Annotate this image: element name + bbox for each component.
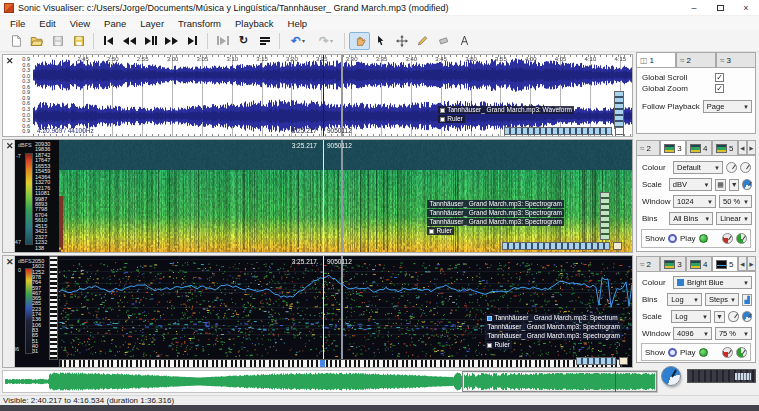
select-tool-button[interactable] <box>370 32 391 50</box>
playback-pan-knob[interactable] <box>722 347 733 358</box>
horizontal-zoom-wheel[interactable] <box>502 242 610 250</box>
tab-layer-5[interactable]: 5 <box>712 256 738 271</box>
skip-to-end-button[interactable] <box>182 32 203 50</box>
menu-view[interactable]: View <box>63 18 97 29</box>
rewind-to-start-button[interactable] <box>98 32 119 50</box>
layer-list-item[interactable]: Ruler <box>485 341 512 349</box>
edit-tool-button[interactable] <box>391 32 412 50</box>
menu-file[interactable]: File <box>3 18 32 29</box>
tab-layer-5[interactable]: 5 <box>712 140 738 155</box>
scale-dropdown[interactable]: Log▼ <box>671 310 711 323</box>
draw-tool-button[interactable] <box>412 32 433 50</box>
show-toggle-led[interactable] <box>668 234 677 243</box>
undo-button[interactable]: ↶▾ <box>284 32 312 50</box>
zoom-reset-button[interactable] <box>615 127 624 135</box>
layer-list-item[interactable]: Tannhäuser_ Grand March.mp3: Spectrogram <box>427 209 564 217</box>
minimize-button[interactable]: – <box>681 0 707 15</box>
bins-scale-dropdown[interactable]: Linear▼ <box>716 212 752 225</box>
tab-pane-1[interactable]: ◫ 1 <box>636 52 676 67</box>
menu-pane[interactable]: Pane <box>97 18 133 29</box>
colour-dropdown[interactable]: Bright Blue ▼ <box>673 276 752 289</box>
layer-list-item[interactable]: Tannhäuser_ Grand March.mp3: Spectrogram <box>485 332 622 340</box>
playback-gain-knob[interactable] <box>736 347 747 358</box>
menu-edit[interactable]: Edit <box>32 18 62 29</box>
save-file-button[interactable] <box>47 32 68 50</box>
bins-dropdown[interactable]: All Bins▼ <box>669 212 713 225</box>
threshold-button[interactable]: ▼ <box>714 311 725 323</box>
horizontal-zoom-wheel[interactable] <box>504 127 612 135</box>
play-pause-button[interactable] <box>140 32 161 50</box>
peak-spectrogram-pane[interactable]: ✕ dBFS 0 -36 205016021252978764597467365… <box>2 255 633 368</box>
tabs-scroll-left-button[interactable]: ◀ <box>738 140 747 155</box>
vertical-zoom-wheel[interactable] <box>600 192 610 240</box>
tabs-scroll-left-button[interactable]: ◀ <box>738 256 747 271</box>
vertical-zoom-wheel[interactable] <box>614 91 624 129</box>
tab-layer-2[interactable]: ≈ 2 <box>636 256 660 271</box>
window-size-dropdown[interactable]: 4096▼ <box>673 327 712 340</box>
save-as-button[interactable] <box>68 32 89 50</box>
window-size-dropdown[interactable]: 1024▼ <box>673 195 716 208</box>
tab-layer-3[interactable]: 3 <box>660 140 686 155</box>
tab-layer-3[interactable]: 3 <box>660 256 686 271</box>
bins-dropdown[interactable]: Log▼ <box>667 293 702 306</box>
playback-gain-knob[interactable] <box>736 233 747 244</box>
close-pane-icon[interactable]: ✕ <box>6 56 14 66</box>
rewind-button[interactable] <box>119 32 140 50</box>
colour-contrast-knob[interactable] <box>742 311 752 322</box>
colour-rotation-knob[interactable] <box>726 162 737 173</box>
show-toggle-led[interactable] <box>668 348 677 357</box>
tabs-scroll-right-button[interactable]: ▶ <box>747 140 756 155</box>
window-overlap-dropdown[interactable]: 75 %▼ <box>715 327 752 340</box>
play-toggle-led[interactable] <box>699 348 708 357</box>
playback-speed-knob[interactable] <box>661 366 681 386</box>
erase-tool-button[interactable] <box>433 32 454 50</box>
constrain-playback-button[interactable] <box>212 32 233 50</box>
bins-mode-dropdown[interactable]: Steps▼ <box>705 293 739 306</box>
new-file-button[interactable] <box>5 32 26 50</box>
close-button[interactable]: × <box>733 0 759 15</box>
colour-dropdown[interactable]: Default▼ <box>673 161 723 174</box>
gain-knob[interactable] <box>740 162 751 173</box>
tab-pane-3[interactable]: ≈ 3 <box>716 52 756 67</box>
close-pane-icon[interactable]: ✕ <box>6 257 14 267</box>
layer-list-item[interactable]: Tannhäuser_ Grand March.mp3: Spectrogram <box>427 218 564 226</box>
window-overlap-dropdown[interactable]: 50 %▼ <box>719 195 752 208</box>
normalize-columns-button[interactable]: ▦ <box>715 179 726 191</box>
open-file-button[interactable] <box>26 32 47 50</box>
navigate-tool-button[interactable] <box>349 32 370 50</box>
zoom-reset-button[interactable] <box>619 357 628 365</box>
loop-playback-button[interactable]: ↻ <box>233 32 254 50</box>
fast-forward-button[interactable] <box>161 32 182 50</box>
waveform-pane[interactable]: ✕ 0.90.60.30.00.30.60.90.90.60.30.00.30.… <box>2 54 633 137</box>
horizontal-zoom-wheel[interactable] <box>576 357 616 365</box>
volume-fader[interactable] <box>687 369 756 383</box>
maximize-button[interactable] <box>707 0 733 15</box>
tab-pane-2[interactable]: ≈ 2 <box>676 52 716 67</box>
colour-rotation-knob[interactable] <box>728 311 738 322</box>
menu-playback[interactable]: Playback <box>228 18 281 29</box>
close-pane-icon[interactable]: ✕ <box>6 141 14 151</box>
threshold-button[interactable]: ▼ <box>729 179 740 191</box>
layer-list-item[interactable]: Ruler <box>427 227 454 235</box>
measure-tool-button[interactable] <box>454 32 475 50</box>
redo-button[interactable]: ↷▾ <box>312 32 340 50</box>
menu-layer[interactable]: Layer <box>133 18 171 29</box>
layer-list-item[interactable]: Tannhäuser_ Grand March.mp3: Spectrogram <box>485 323 622 331</box>
show-peaks-button[interactable]: ▟ <box>742 294 752 306</box>
layer-list-item[interactable]: Ruler <box>438 115 465 123</box>
colour-contrast-knob[interactable] <box>742 179 752 190</box>
tab-layer-2[interactable]: ≈ 2 <box>636 140 660 155</box>
playback-pan-knob[interactable] <box>722 233 733 244</box>
global-zoom-checkbox[interactable]: ✓ <box>715 84 724 93</box>
visible-region-box[interactable] <box>462 371 657 392</box>
menu-help[interactable]: Help <box>281 18 315 29</box>
scale-dropdown[interactable]: dBV▼ <box>669 178 713 191</box>
solo-pane-button[interactable] <box>254 32 275 50</box>
layer-list-item[interactable]: Tannhäuser_ Grand March.mp3: Spectrogram <box>427 200 564 208</box>
spectrogram-pane[interactable]: ✕ dBFS -7 -47 20930198361874217647165531… <box>2 139 633 253</box>
tab-layer-4[interactable]: 4 <box>686 256 712 271</box>
layer-list-item[interactable]: Tannhäuser_ Grand March.mp3: Spectrum <box>485 314 619 322</box>
follow-playback-dropdown[interactable]: Page ▼ <box>703 100 752 113</box>
layer-list-item[interactable]: Tannhäuser_ Grand March.mp3: Waveform <box>438 106 574 114</box>
global-scroll-checkbox[interactable]: ✓ <box>715 73 724 82</box>
